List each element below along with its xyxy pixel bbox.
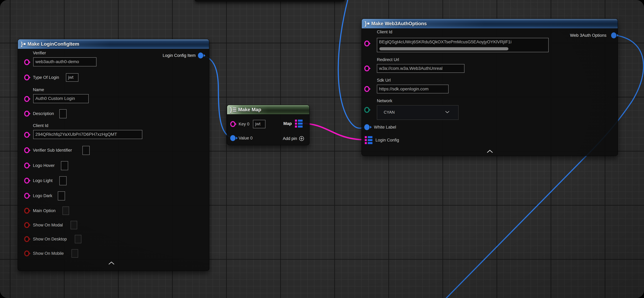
- show-on-desktop-pin[interactable]: [24, 236, 30, 242]
- show-on-modal-label: Show On Modal: [33, 222, 63, 228]
- sdk-url-pin[interactable]: [364, 86, 370, 92]
- logo-dark-pin[interactable]: [24, 193, 30, 199]
- network-dropdown[interactable]: CYAN: [377, 105, 458, 120]
- map-output-label: Map: [283, 121, 292, 126]
- verifier-sub-identifier-label: Verifier Sub Identifier: [33, 148, 72, 153]
- show-on-mobile-label: Show On Mobile: [33, 250, 64, 256]
- map-node-icon: }: [230, 107, 236, 112]
- client-id-value: BEglQSgt4cUWcj6SKRdu5QkOXTsePmMcusG5EAoy…: [379, 39, 547, 45]
- verifier-sub-identifier-input[interactable]: [82, 146, 90, 155]
- make-struct-icon: }: [364, 21, 370, 26]
- output-pin-label: Web 3Auth Options: [570, 32, 606, 38]
- node-make-web3authoptions[interactable]: } Make Web3AuthOptions Web 3Auth Options…: [362, 18, 618, 156]
- chevron-down-icon: [445, 111, 450, 113]
- collapse-node-button[interactable]: [108, 261, 115, 266]
- add-pin-button[interactable]: Add pin: [283, 136, 304, 142]
- login-config-pin[interactable]: [365, 136, 372, 144]
- redirect-url-pin[interactable]: [364, 66, 370, 72]
- network-selected-value: CYAN: [384, 110, 395, 114]
- client-id-label: Client Id: [33, 123, 48, 128]
- chevron-up-icon: [108, 261, 115, 265]
- node-header[interactable]: } Make Web3AuthOptions: [362, 19, 618, 29]
- client-id-pin[interactable]: [364, 40, 370, 46]
- name-pin[interactable]: [24, 96, 30, 102]
- logo-hover-pin[interactable]: [24, 162, 30, 168]
- main-option-checkbox[interactable]: [62, 206, 69, 215]
- logo-light-label: Logo Light: [33, 178, 52, 184]
- client-id-input[interactable]: 294QRkchfq2YaXUbPri7D6PH7xzHgQMT: [33, 130, 142, 139]
- make-struct-icon: }: [21, 41, 26, 47]
- redirect-url-label: Redirect Url: [377, 57, 399, 62]
- blueprint-editor-frame: } Make LoginConfigItem Login Config Item…: [0, 0, 644, 298]
- blueprint-graph-canvas[interactable]: } Make LoginConfigItem Login Config Item…: [0, 0, 644, 298]
- output-pin-label: Login Config Item: [162, 53, 196, 58]
- white-label-label: White Label: [374, 124, 396, 130]
- show-on-modal-checkbox[interactable]: [70, 221, 77, 229]
- main-option-pin[interactable]: [24, 208, 30, 214]
- key0-pin[interactable]: [230, 121, 236, 127]
- key0-input[interactable]: jwt: [253, 120, 266, 128]
- map-output-pin[interactable]: [295, 120, 303, 128]
- show-on-mobile-checkbox[interactable]: [72, 249, 78, 258]
- description-input[interactable]: [60, 109, 66, 118]
- name-input[interactable]: Auth0 Custom Login: [33, 94, 89, 103]
- verifier-input[interactable]: web3auth-auth0-demo: [33, 57, 96, 66]
- verifier-pin[interactable]: [24, 59, 30, 65]
- node-title: Make Map: [238, 107, 261, 112]
- wire-map-to-loginconfig[interactable]: [302, 123, 365, 140]
- collapse-node-button[interactable]: [486, 150, 493, 154]
- offscreen-node-edge: [194, 0, 345, 2]
- login-config-label: Login Config: [376, 137, 399, 143]
- logo-light-input[interactable]: [60, 176, 66, 185]
- type-of-login-input[interactable]: jwt: [66, 73, 78, 82]
- logo-light-pin[interactable]: [24, 178, 30, 184]
- client-id-scrollbar[interactable]: [379, 47, 508, 50]
- node-make-map[interactable]: } Make Map Key 0 jwt Map Value 0 Add pin: [227, 105, 310, 145]
- white-label-pin[interactable]: [364, 124, 370, 130]
- client-id-label: Client Id: [377, 29, 392, 35]
- add-pin-icon: [298, 136, 304, 142]
- type-of-login-pin[interactable]: [24, 74, 30, 80]
- key0-label: Key 0: [238, 121, 249, 127]
- sdk-url-label: Sdk Url: [377, 78, 391, 83]
- verifier-label: Verifier: [33, 50, 46, 56]
- login-config-item-output-pin[interactable]: [198, 52, 203, 58]
- client-id-pin[interactable]: [24, 132, 30, 138]
- logo-dark-label: Logo Dark: [33, 193, 52, 198]
- network-pin[interactable]: [364, 107, 370, 113]
- main-option-label: Main Option: [33, 208, 56, 214]
- chevron-up-icon: [486, 150, 493, 153]
- sdk-url-input[interactable]: https://sdk.openlogin.com: [377, 85, 448, 93]
- name-label: Name: [33, 87, 44, 92]
- show-on-modal-pin[interactable]: [24, 222, 30, 228]
- web3auth-options-output-pin[interactable]: [611, 32, 616, 38]
- value0-label: Value 0: [238, 135, 253, 141]
- verifier-sub-identifier-pin[interactable]: [24, 147, 30, 153]
- description-pin[interactable]: [24, 111, 30, 116]
- value0-pin[interactable]: [230, 135, 236, 141]
- logo-hover-label: Logo Hover: [33, 163, 55, 168]
- add-pin-label: Add pin: [283, 136, 297, 141]
- show-on-desktop-checkbox[interactable]: [75, 235, 81, 243]
- show-on-mobile-pin[interactable]: [24, 250, 30, 256]
- node-title: Make Web3AuthOptions: [371, 21, 427, 26]
- node-header[interactable]: } Make Map: [227, 105, 309, 114]
- client-id-input[interactable]: BEglQSgt4cUWcj6SKRdu5QkOXTsePmMcusG5EAoy…: [377, 38, 548, 52]
- show-on-desktop-label: Show On Desktop: [33, 236, 67, 242]
- network-label: Network: [377, 98, 392, 104]
- node-title: Make LoginConfigItem: [28, 41, 79, 47]
- type-of-login-label: Type Of Login: [33, 75, 59, 80]
- logo-dark-input[interactable]: [58, 192, 65, 200]
- node-header[interactable]: } Make LoginConfigItem: [18, 39, 209, 49]
- description-label: Description: [33, 111, 54, 116]
- node-make-loginconfigitem[interactable]: } Make LoginConfigItem Login Config Item…: [18, 39, 209, 271]
- logo-hover-input[interactable]: [61, 161, 68, 170]
- redirect-url-input[interactable]: w3a://com.w3a.Web3AuthUnreal: [377, 64, 464, 73]
